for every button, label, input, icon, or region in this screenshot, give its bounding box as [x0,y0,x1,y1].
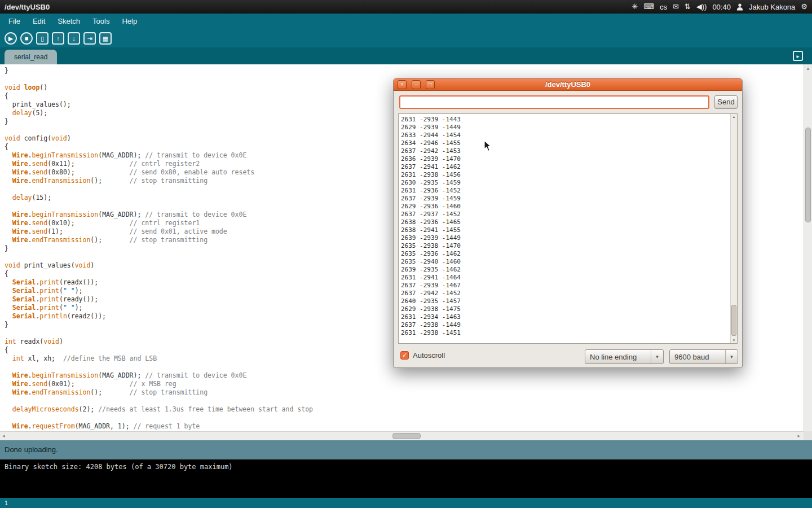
horizontal-scrollbar[interactable]: ◂ ▸ [0,431,804,440]
chevron-down-icon: ▾ [725,350,738,364]
status-bar: Done uploading. [0,440,812,459]
network-arrows-icon[interactable]: ⇅ [685,0,691,14]
serial-output-line: 2633 -2944 -1454 [401,132,729,139]
serial-output-line: 2630 -2935 -1459 [401,179,729,187]
serial-output-scrollbar[interactable]: ▴ ▾ [730,114,737,343]
serial-output-line: 2631 -2938 -1456 [401,171,729,179]
code-line: Wire.send(0x01); // x MSB reg [5,380,804,388]
serial-output-line: 2629 -2938 -1475 [401,305,729,313]
new-sketch-button[interactable]: ▯ [36,32,48,45]
toolbar: ▶■▯↑↓⇥▦ [0,29,812,47]
save-sketch-button[interactable]: ↓ [68,32,80,45]
serial-output-line: 2635 -2936 -1462 [401,250,729,258]
scroll-up-icon[interactable]: ▴ [731,115,737,119]
current-line-number: 1 [5,500,8,506]
keyboard-layout[interactable]: cs [660,3,667,11]
serial-output-line: 2629 -2939 -1449 [401,124,729,132]
autoscroll-row: ✓ Autoscroll [400,351,445,360]
serial-output-line: 2638 -2936 -1465 [401,218,729,226]
stop-button[interactable]: ■ [20,32,33,45]
footer-bar: 1 [0,498,812,508]
verify-button[interactable]: ▶ [5,32,17,45]
serial-output-line: 2637 -2941 -1462 [401,163,729,171]
scroll-up-icon[interactable]: ▲ [804,66,812,71]
console-output: Binary sketch size: 4208 bytes (of a 307… [0,459,812,498]
screen: /dev/ttyUSB0 ✳ ⌨ cs ✉ ⇅ ◀)) 00:40 Jakub … [0,0,812,508]
minimize-icon: – [414,81,418,87]
console-line: Binary sketch size: 4208 bytes (of a 307… [5,463,807,471]
menu-help[interactable]: Help [116,14,143,29]
console-text: Binary sketch size: 4208 bytes (of a 307… [5,463,807,471]
menu-sketch[interactable]: Sketch [51,14,86,29]
serial-output-line: 2636 -2939 -1470 [401,155,729,163]
serial-monitor-button[interactable]: ▦ [99,32,112,45]
serial-output-line: 2631 -2941 -1464 [401,274,729,282]
serial-output-line: 2634 -2946 -1455 [401,139,729,147]
close-button[interactable]: × [398,80,407,89]
send-button[interactable]: Send [714,95,738,109]
menu-file[interactable]: File [2,14,27,29]
serial-output-line: 2639 -2935 -1462 [401,266,729,274]
focused-window-title: /dev/ttyUSB0 [5,3,50,11]
system-tray: ✳ ⌨ cs ✉ ⇅ ◀)) 00:40 Jakub Kakona ⚙ [632,0,807,14]
tab-label: serial_read [14,53,47,61]
serial-output-line: 2637 -2938 -1449 [401,321,729,329]
serial-output-line: 2631 -2939 -1443 [401,116,729,124]
minimize-button[interactable]: – [412,80,421,89]
serial-output-line: 2631 -2934 -1463 [401,313,729,321]
top-panel: /dev/ttyUSB0 ✳ ⌨ cs ✉ ⇅ ◀)) 00:40 Jakub … [0,0,812,14]
line-ending-dropdown[interactable]: No line ending ▾ [585,349,664,364]
tab-menu-icon: ▸ [796,53,799,59]
autoscroll-checkbox[interactable]: ✓ [400,351,409,360]
menu-tools[interactable]: Tools [86,14,116,29]
chevron-down-icon: ▾ [651,350,663,364]
tab-menu-button[interactable]: ▸ [793,51,803,61]
gear-icon[interactable]: ⚙ [801,0,807,14]
line-ending-value: No line ending [585,353,651,361]
serial-send-input[interactable] [399,95,709,109]
vertical-scrollbar-thumb[interactable] [805,128,811,222]
tab-serial-read[interactable]: serial_read [5,50,57,64]
close-icon: × [400,81,404,87]
serial-output-line: 2637 -2937 -1452 [401,211,729,218]
serial-scrollbar-thumb[interactable] [731,305,736,336]
keyboard-icon[interactable]: ⌨ [643,0,654,14]
code-line: Wire.beginTransmission(MAG_ADDR); // tra… [5,371,804,380]
serial-output-line: 2637 -2939 -1467 [401,282,729,290]
status-message: Done uploading. [5,445,58,454]
user-icon[interactable] [736,3,743,11]
horizontal-scrollbar-thumb[interactable] [392,433,421,439]
serial-output-line: 2629 -2936 -1460 [401,203,729,211]
mail-icon[interactable]: ✉ [673,0,679,14]
serial-output-area[interactable]: 2631 -2939 -14432629 -2939 -14492633 -29… [398,113,738,344]
code-line: Wire.requestFrom(MAG_ADDR, 1); // reques… [5,422,804,431]
menu-edit[interactable]: Edit [27,14,51,29]
clock[interactable]: 00:40 [712,3,731,11]
code-line: } [5,67,804,75]
scroll-down-icon[interactable]: ▾ [731,338,737,343]
volume-icon[interactable]: ◀)) [696,0,707,14]
serial-output-line: 2631 -2936 -1452 [401,187,729,195]
scroll-right-icon[interactable]: ▸ [797,433,800,439]
serial-output-line: 2631 -2938 -1451 [401,329,729,337]
scroll-left-icon[interactable]: ◂ [2,433,5,439]
upload-button[interactable]: ⇥ [83,32,96,45]
menu-bar: FileEditSketchToolsHelp [0,14,812,29]
code-line: delayMicroseconds(2); //needs at least 1… [5,405,804,414]
serial-output-line: 2637 -2942 -1452 [401,290,729,297]
serial-monitor-title: /dev/ttyUSB0 [394,78,742,91]
vertical-scrollbar[interactable]: ▲ ▼ [804,64,812,440]
open-sketch-button[interactable]: ↑ [52,32,64,45]
serial-output-line: 2638 -2941 -1455 [401,226,729,234]
indicator-icon[interactable]: ✳ [632,0,638,14]
serial-monitor-titlebar[interactable]: /dev/ttyUSB0 × – □ [394,78,742,91]
serial-output-line: 2639 -2939 -1449 [401,234,729,242]
baud-rate-dropdown[interactable]: 9600 baud ▾ [669,349,738,364]
maximize-icon: □ [429,81,432,87]
maximize-button[interactable]: □ [426,80,435,89]
autoscroll-label: Autoscroll [413,351,445,360]
mouse-cursor [484,140,492,154]
baud-rate-value: 9600 baud [670,353,725,361]
code-line [5,397,804,405]
username[interactable]: Jakub Kakona [749,3,795,11]
